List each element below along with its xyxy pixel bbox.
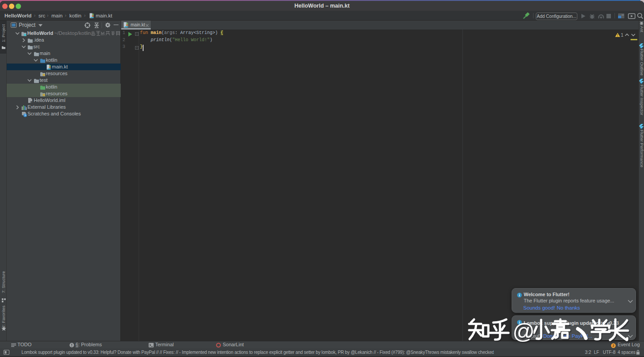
svg-text:2: 2 [612,344,614,348]
svg-text:@: @ [513,319,535,343]
